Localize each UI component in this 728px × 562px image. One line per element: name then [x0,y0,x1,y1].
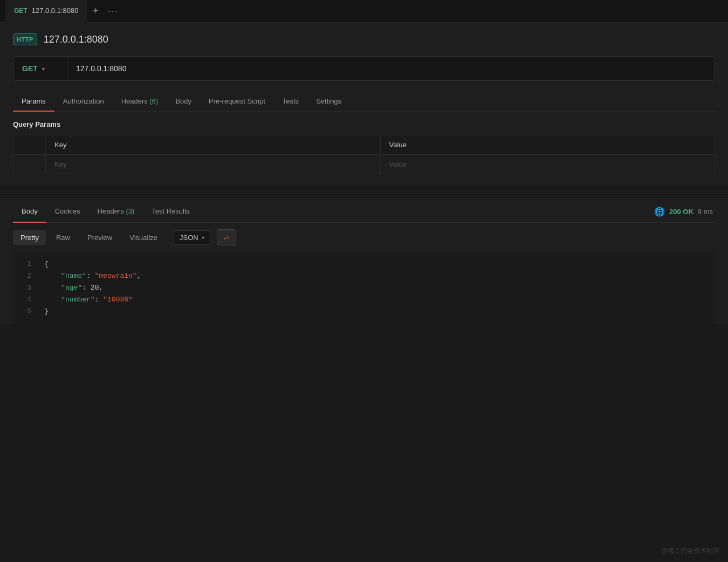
row-value-cell[interactable]: Value [381,155,715,174]
top-request-tab[interactable]: GET 127.0.0.1:8080 [5,0,87,23]
row-checkbox[interactable] [13,155,46,174]
tab-params[interactable]: Params [13,92,54,112]
format-pretty-button[interactable]: Pretty [13,230,46,245]
resp-tab-body[interactable]: Body [13,201,46,223]
method-selector[interactable]: GET ▾ [13,57,67,80]
json-value-number: "10086" [103,296,133,304]
format-type-selector[interactable]: JSON ▾ [174,230,210,245]
response-tabs-bar: Body Cookies Headers (3) Test Results 🌐 … [13,198,715,223]
request-url-title: 127.0.0.1:8080 [44,34,108,45]
line-number: 3 [13,282,40,294]
wrap-icon: ⇌ [223,234,229,242]
response-status: 🌐 200 OK 9 ms [654,207,715,217]
json-key-name: "name" [61,272,86,280]
json-line-1: 1 { [13,258,715,270]
line-number: 4 [13,294,40,306]
value-column-header: Value [381,135,715,154]
more-tabs-button[interactable]: ··· [104,3,121,20]
format-visualize-button[interactable]: Visualize [122,230,165,245]
params-table: Key Value Key Value [13,135,715,174]
format-raw-button[interactable]: Raw [49,230,78,245]
method-text: GET [22,64,38,73]
table-row: Key Value [13,155,715,174]
globe-icon: 🌐 [654,207,665,217]
tab-prerequest[interactable]: Pre-request Script [200,92,274,112]
query-params-title: Query Params [13,112,715,135]
resp-headers-badge: (3) [126,207,134,215]
request-tabs: Params Authorization Headers (6) Body Pr… [13,92,715,112]
resp-tab-cookies[interactable]: Cookies [46,201,89,223]
resp-tab-headers[interactable]: Headers (3) [89,201,143,223]
tab-url: 127.0.0.1:8080 [32,6,79,15]
http-protocol-badge: HTTP [13,33,37,45]
url-bar: GET ▾ [13,56,715,81]
line-number: 2 [13,270,40,282]
json-value-name: "meowrain" [95,272,137,280]
request-section: HTTP 127.0.0.1:8080 GET ▾ Params Authori… [0,23,728,185]
wrap-button[interactable]: ⇌ [217,229,236,245]
headers-badge: (6) [149,97,158,105]
format-type-label: JSON [180,234,198,242]
tab-headers[interactable]: Headers (6) [113,92,167,112]
json-brace-open: { [44,260,49,268]
top-tab-bar: GET 127.0.0.1:8080 + ··· [0,0,728,23]
json-line-5: 5 } [13,306,715,318]
format-bar: Pretty Raw Preview Visualize JSON ▾ ⇌ [13,223,715,252]
tab-method-badge: GET [14,7,28,15]
json-line-4: 4 "number": "10086" [13,294,715,306]
tab-authorization[interactable]: Authorization [54,92,113,112]
json-key-age: "age" [61,284,82,292]
row-key-cell[interactable]: Key [46,155,381,174]
tab-tests[interactable]: Tests [274,92,307,112]
tab-settings[interactable]: Settings [307,92,350,112]
check-column-header [13,135,46,154]
json-value-age: 20 [91,284,99,292]
tab-body[interactable]: Body [167,92,200,112]
status-code: 200 OK [669,208,693,216]
json-line-2: 2 "name": "meowrain", [13,270,715,282]
response-section: Body Cookies Headers (3) Test Results 🌐 … [0,198,728,324]
table-header: Key Value [13,135,715,155]
key-column-header: Key [46,135,381,154]
url-input[interactable] [67,64,715,73]
json-key-number: "number" [61,296,94,304]
method-chevron-icon: ▾ [42,66,45,72]
line-number: 1 [13,258,40,270]
json-viewer: 1 { 2 "name": "meowrain", 3 "age": 20, 4… [13,252,715,324]
resp-tab-testresults[interactable]: Test Results [143,201,198,223]
line-number: 5 [13,306,40,318]
watermark: @稀土掘金技术社区 [661,546,719,556]
format-chevron-icon: ▾ [202,235,204,241]
json-brace-close: } [44,307,49,316]
add-tab-button[interactable]: + [87,3,104,20]
response-time: 9 ms [698,208,713,216]
format-preview-button[interactable]: Preview [80,230,120,245]
json-line-3: 3 "age": 20, [13,282,715,294]
request-title-row: HTTP 127.0.0.1:8080 [13,33,715,45]
